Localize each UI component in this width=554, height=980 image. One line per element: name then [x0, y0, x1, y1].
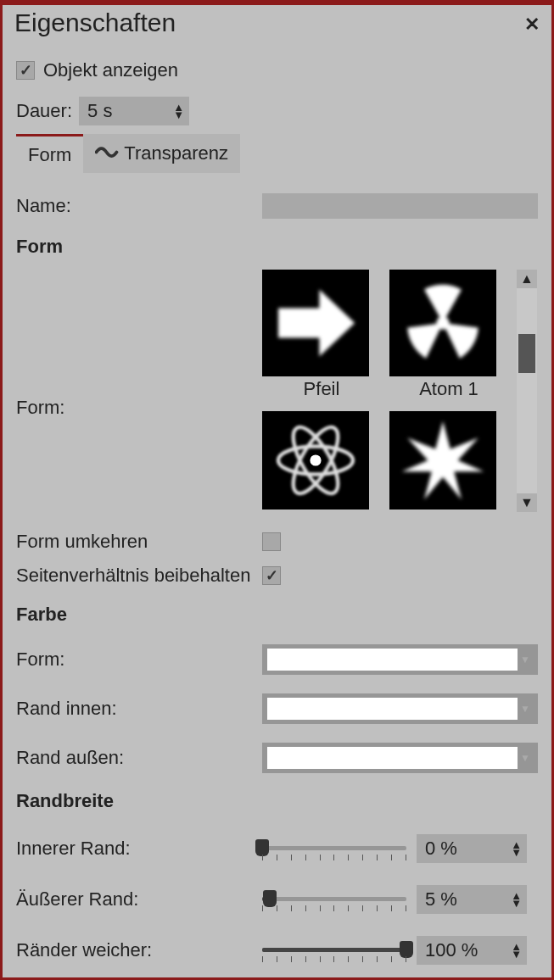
show-object-row: Objekt anzeigen — [16, 59, 538, 81]
panel-title: Eigenschaften — [14, 8, 176, 37]
tab-form[interactable]: Form — [16, 134, 83, 173]
color-inner-row: Rand innen: ▼ — [16, 693, 538, 724]
tab-form-label: Form — [28, 144, 71, 166]
outer-border-value: 5 % — [425, 888, 457, 910]
arrow-icon — [269, 276, 362, 370]
spinner-buttons-icon[interactable]: ▲▼ — [511, 841, 522, 856]
chevron-down-icon: ▼ — [518, 703, 533, 715]
color-outer-label: Rand außen: — [16, 747, 262, 769]
inner-border-row: Innerer Rand: 0 % ▲▼ — [16, 834, 538, 863]
thumb-cell-atom2 — [262, 411, 381, 512]
thumb-arrow[interactable] — [262, 270, 369, 376]
name-input[interactable] — [262, 193, 538, 219]
inner-border-slider[interactable] — [262, 836, 406, 861]
scroll-thumb[interactable] — [518, 334, 535, 373]
duration-spinner[interactable]: 5 s ▲▼ — [79, 97, 189, 125]
gallery-scrollbar[interactable]: ▲ ▼ — [517, 270, 537, 512]
invert-checkbox[interactable] — [262, 532, 281, 551]
outer-border-label: Äußerer Rand: — [16, 888, 262, 910]
spinner-buttons-icon[interactable]: ▲▼ — [511, 943, 522, 958]
name-label: Name: — [16, 195, 262, 217]
invert-label: Form umkehren — [16, 531, 262, 553]
color-form-dropdown[interactable]: ▼ — [262, 644, 538, 675]
slider-thumb-icon[interactable] — [255, 839, 269, 856]
name-row: Name: — [16, 193, 538, 219]
thumb-cell-arrow: Pfeil — [262, 270, 381, 403]
thumb-cell-atom1: Atom 1 — [389, 270, 508, 403]
color-outer-swatch — [267, 747, 518, 769]
border-section-heading: Randbreite — [16, 790, 538, 812]
color-form-row: Form: ▼ — [16, 644, 538, 675]
aspect-checkbox[interactable] — [262, 566, 281, 585]
svg-point-4 — [310, 454, 321, 465]
radiation-icon — [396, 276, 490, 370]
duration-row: Dauer: 5 s ▲▼ — [16, 97, 538, 125]
duration-value: 5 s — [87, 100, 112, 122]
titlebar: Eigenschaften ✕ — [3, 5, 551, 46]
spinner-buttons-icon[interactable]: ▲▼ — [173, 103, 184, 119]
invert-row: Form umkehren — [16, 531, 538, 553]
color-inner-label: Rand innen: — [16, 698, 262, 720]
soften-spinner[interactable]: 100 % ▲▼ — [417, 936, 527, 965]
inner-border-label: Innerer Rand: — [16, 838, 262, 860]
tabs: Form Transparenz — [16, 134, 538, 173]
spinner-buttons-icon[interactable]: ▲▼ — [511, 892, 522, 907]
outer-border-row: Äußerer Rand: 5 % ▲▼ — [16, 885, 538, 914]
form-gallery: Pfeil — [262, 270, 508, 512]
gallery-wrap: Pfeil — [262, 270, 538, 512]
color-section-heading: Farbe — [16, 604, 538, 626]
slider-thumb-icon[interactable] — [400, 941, 413, 958]
color-outer-dropdown[interactable]: ▼ — [262, 743, 538, 773]
outer-border-slider[interactable] — [262, 887, 406, 912]
inner-border-value: 0 % — [425, 838, 457, 860]
atom-icon — [269, 414, 362, 507]
color-inner-swatch — [267, 698, 518, 720]
thumb-atom2[interactable] — [262, 411, 369, 509]
chevron-down-icon: ▼ — [518, 654, 533, 665]
tab-transparency[interactable]: Transparenz — [83, 134, 240, 173]
chevron-down-icon: ▼ — [518, 752, 533, 764]
color-form-swatch — [267, 649, 518, 671]
color-inner-dropdown[interactable]: ▼ — [262, 693, 538, 724]
tab-transparency-label: Transparenz — [124, 142, 228, 164]
form-gallery-row: Form: Pfeil — [16, 270, 538, 512]
aspect-row: Seitenverhältnis beibehalten — [16, 565, 538, 587]
properties-panel: Eigenschaften ✕ Objekt anzeigen Dauer: 5… — [0, 0, 554, 980]
duration-label: Dauer: — [16, 100, 72, 122]
scroll-down-icon[interactable]: ▼ — [520, 493, 534, 512]
panel-content: Objekt anzeigen Dauer: 5 s ▲▼ Form Trans… — [3, 46, 551, 978]
wave-icon — [95, 141, 120, 166]
thumb-burst[interactable] — [389, 411, 496, 509]
burst-icon — [396, 414, 490, 507]
inner-border-spinner[interactable]: 0 % ▲▼ — [417, 834, 527, 863]
color-outer-row: Rand außen: ▼ — [16, 743, 538, 773]
color-form-label: Form: — [16, 649, 262, 671]
scroll-up-icon[interactable]: ▲ — [520, 270, 534, 288]
thumb-atom1[interactable] — [389, 270, 496, 376]
soften-label: Ränder weicher: — [16, 939, 262, 961]
scroll-track[interactable] — [517, 288, 537, 493]
thumb-cell-burst — [389, 411, 508, 512]
form-section-heading: Form — [16, 236, 538, 258]
slider-thumb-icon[interactable] — [263, 890, 277, 907]
soften-slider[interactable] — [262, 938, 406, 963]
thumb-arrow-label: Pfeil — [262, 378, 381, 400]
close-button[interactable]: ✕ — [524, 8, 540, 36]
outer-border-spinner[interactable]: 5 % ▲▼ — [417, 885, 527, 914]
soften-row: Ränder weicher: 100 % ▲▼ — [16, 936, 538, 965]
form-selector-label: Form: — [16, 363, 262, 419]
show-object-label: Objekt anzeigen — [43, 59, 178, 81]
show-object-checkbox[interactable] — [16, 61, 35, 80]
aspect-label: Seitenverhältnis beibehalten — [16, 565, 262, 587]
soften-value: 100 % — [425, 939, 478, 961]
thumb-atom1-label: Atom 1 — [389, 378, 508, 400]
